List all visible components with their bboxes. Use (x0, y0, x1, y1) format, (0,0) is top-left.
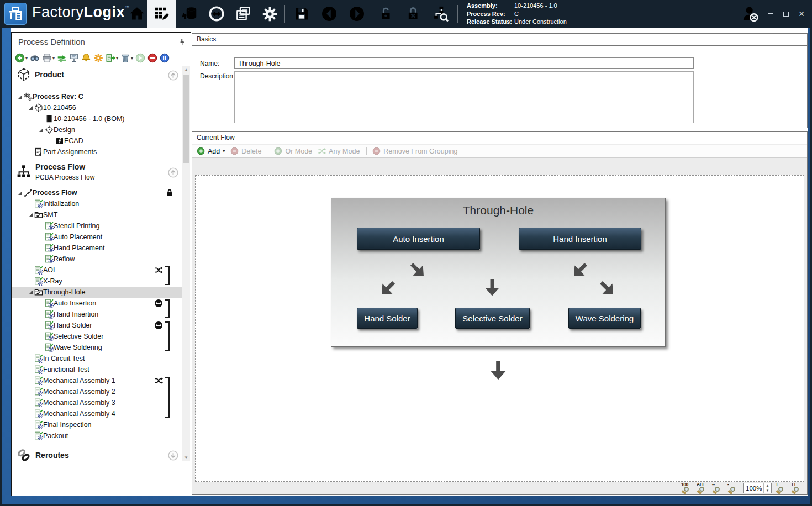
collapse-up-icon[interactable] (168, 167, 178, 178)
documents-icon[interactable] (231, 0, 255, 28)
scrollbar-thumb[interactable] (183, 75, 189, 163)
export-button[interactable]: ▾ (106, 53, 118, 63)
delete-button[interactable]: Delete (230, 147, 261, 155)
process-flow-section-header[interactable]: Process Flow PCBA Process Flow (12, 162, 191, 182)
flow-box-hand-insertion[interactable]: Hand Insertion (519, 228, 641, 250)
lock-remove-icon[interactable] (401, 0, 425, 28)
swap-button[interactable] (57, 53, 67, 63)
dropdown-caret-icon[interactable]: ▾ (116, 56, 118, 61)
collapse-up-icon[interactable] (168, 70, 178, 81)
dropdown-caret-icon[interactable]: ▾ (52, 56, 55, 61)
remove-from-grouping-button[interactable]: Remove From Grouping (372, 147, 457, 155)
tree-item-aoi[interactable]: AOI (12, 265, 182, 276)
tree-item-functional-test[interactable]: Functional Test (12, 364, 182, 375)
through-hole-group[interactable]: Through-Hole Auto Insertion Hand Inserti… (331, 198, 666, 347)
tree-item-10-210456-1-0-bom[interactable]: 10-210456 - 1.0 (BOM) (12, 113, 182, 124)
expander-icon[interactable] (16, 189, 24, 197)
tree-item-smt[interactable]: SMT (12, 209, 182, 220)
expander-icon[interactable] (27, 288, 34, 296)
tree-item-process-rev-c[interactable]: Process Rev: C (12, 91, 182, 102)
tree-item-mechanical-assembly-3[interactable]: Mechanical Assembly 3 (12, 397, 182, 408)
start-circle-button[interactable] (135, 53, 145, 63)
flow-box-selective-solder[interactable]: Selective Solder (455, 308, 530, 329)
expander-icon[interactable] (16, 93, 24, 101)
flow-box-auto-insertion[interactable]: Auto Insertion (357, 228, 480, 250)
redo-icon[interactable] (345, 0, 369, 28)
tree-item-reflow[interactable]: Reflow (12, 254, 182, 265)
tree-item-ecad[interactable]: ECAD (12, 135, 182, 146)
zoom-100-button[interactable]: 100 (681, 483, 693, 494)
flow-search-icon[interactable] (429, 0, 453, 28)
tree-item-through-hole[interactable]: Through-Hole (12, 287, 182, 298)
pin-icon[interactable] (178, 37, 186, 47)
transfer-icon[interactable] (204, 0, 229, 28)
tree-item-design[interactable]: Design (12, 124, 182, 135)
zoom--button[interactable]: + (776, 483, 787, 494)
zoom--button[interactable]: -- (712, 483, 724, 494)
tree-item-wave-soldering[interactable]: Wave Soldering (12, 342, 182, 353)
tree-item-process-flow[interactable]: Process Flow (12, 187, 182, 198)
name-input[interactable] (234, 57, 694, 69)
settings-gear-icon[interactable] (257, 0, 282, 28)
tree-item-x-ray[interactable]: X-Ray (12, 276, 182, 287)
dropdown-caret-icon[interactable]: ▾ (131, 56, 133, 61)
add-button[interactable]: Add▾ (197, 147, 225, 155)
close-button[interactable]: ✕ (794, 0, 809, 28)
dropdown-caret-icon[interactable]: ▾ (223, 149, 225, 154)
stop-circle-button[interactable] (147, 53, 157, 63)
tree-item-part-assignments[interactable]: Part Assignments (12, 146, 182, 157)
delete-bin-button[interactable]: ▾ (120, 53, 133, 63)
add-button[interactable]: ▾ (15, 53, 28, 63)
print-button[interactable]: ▾ (42, 53, 55, 63)
tree-item-selective-solder[interactable]: Selective Solder (12, 331, 182, 342)
tree-item-hand-insertion[interactable]: Hand Insertion (12, 309, 182, 320)
tree-item-10-210456[interactable]: 10-210456 (12, 102, 182, 113)
tree-item-packout[interactable]: Packout (12, 430, 182, 441)
tree-item-mechanical-assembly-4[interactable]: Mechanical Assembly 4 (12, 408, 182, 419)
zoom-all-button[interactable]: ALL (697, 483, 708, 494)
expand-down-icon[interactable] (168, 450, 178, 461)
tree-item-stencil-printing[interactable]: Stencil Printing (12, 220, 182, 231)
tree-item-auto-insertion[interactable]: Auto Insertion (12, 298, 182, 309)
tree-item-mechanical-assembly-2[interactable]: Mechanical Assembly 2 (12, 386, 182, 397)
find-button[interactable] (30, 53, 40, 63)
sidebar-scrollbar[interactable]: ▲ ▼ (182, 66, 190, 461)
zoom--button[interactable]: ++ (791, 483, 803, 494)
data-import-icon[interactable] (178, 0, 202, 28)
scroll-down-arrow-icon[interactable]: ▼ (182, 454, 190, 461)
spinner-up-icon[interactable]: ▲ (764, 483, 771, 488)
tree-item-initialization[interactable]: Initialization (12, 198, 182, 209)
zoom--button[interactable]: - (727, 483, 739, 494)
flow-box-wave-soldering[interactable]: Wave Soldering (568, 308, 641, 329)
expander-icon[interactable] (27, 211, 34, 219)
expander-icon[interactable] (27, 104, 34, 112)
undo-icon[interactable] (317, 0, 341, 28)
expander-icon[interactable] (37, 126, 45, 134)
wizard-gear-button[interactable] (93, 53, 103, 63)
flow-canvas[interactable]: Through-Hole Auto Insertion Hand Inserti… (195, 175, 804, 482)
scroll-up-arrow-icon[interactable]: ▲ (182, 66, 190, 73)
save-icon[interactable] (289, 0, 314, 28)
pause-circle-button[interactable] (160, 53, 170, 63)
tree-item-in-circuit-test[interactable]: In Circuit Test (12, 353, 182, 364)
minimize-button[interactable] (763, 0, 778, 28)
home-icon[interactable] (125, 0, 149, 28)
process-definition-icon[interactable] (147, 0, 176, 28)
tree-item-final-inspection[interactable]: Final Inspection (12, 419, 182, 430)
notify-bell-button[interactable] (81, 53, 91, 63)
dropdown-caret-icon[interactable]: ▾ (25, 56, 28, 61)
tree-item-hand-placement[interactable]: Hand Placement (12, 243, 182, 254)
reroutes-section-header[interactable]: Reroutes (12, 448, 191, 462)
or-mode-button[interactable]: Or Mode (274, 147, 312, 155)
tree-item-auto-placement[interactable]: Auto Placement (12, 231, 182, 243)
description-input[interactable] (234, 71, 694, 123)
logout-user-icon[interactable] (739, 0, 761, 28)
tree-item-hand-solder[interactable]: Hand Solder (12, 320, 182, 331)
unlock-icon[interactable] (373, 0, 398, 28)
maximize-button[interactable] (779, 0, 793, 28)
tree-item-mechanical-assembly-1[interactable]: Mechanical Assembly 1 (12, 375, 182, 386)
any-mode-button[interactable]: Any Mode (318, 147, 360, 155)
spinner-down-icon[interactable]: ▼ (764, 488, 771, 493)
zoom-level-spinner[interactable]: 100%▲▼ (743, 483, 772, 493)
flow-box-hand-solder[interactable]: Hand Solder (357, 308, 418, 329)
